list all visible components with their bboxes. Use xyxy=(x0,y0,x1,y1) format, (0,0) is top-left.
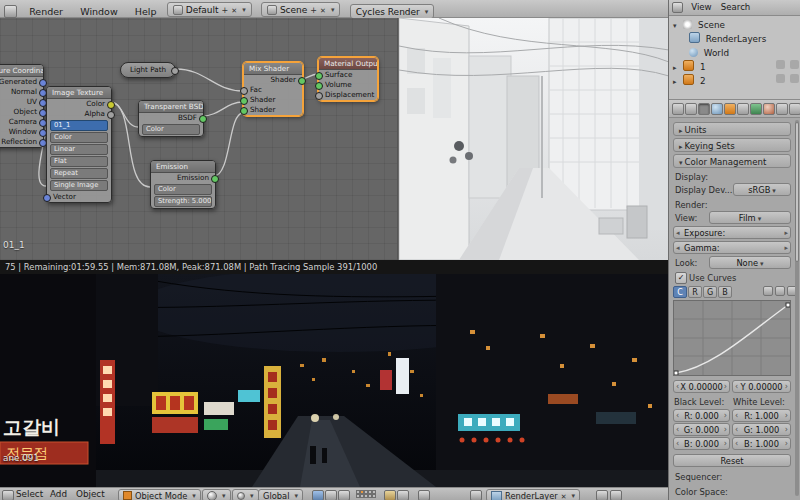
bsdf-socket[interactable] xyxy=(199,115,207,123)
image-datablock-field[interactable]: 01_1 xyxy=(50,120,108,131)
tab-data-icon[interactable] xyxy=(750,103,762,115)
visibility-toggle-icon[interactable] xyxy=(790,74,799,83)
properties-editor[interactable]: Units Keying Sets Color Management Displ… xyxy=(669,118,800,500)
snap-magnet-icon[interactable] xyxy=(384,490,396,500)
gamma-slider[interactable]: Gamma: xyxy=(673,241,791,254)
curve-y-field[interactable]: Y 0.00000 xyxy=(732,380,791,393)
node-title[interactable]: Emission xyxy=(151,161,215,173)
tab-render-layers-icon[interactable] xyxy=(685,103,697,115)
tab-scene-icon[interactable] xyxy=(698,103,710,115)
interpolation-dropdown[interactable]: Linear xyxy=(50,144,108,155)
menu-select[interactable]: Select xyxy=(16,488,43,500)
image-editor-type-icon[interactable] xyxy=(470,490,482,500)
tree-item-world[interactable]: World xyxy=(669,46,800,60)
node-title[interactable]: Transparent BSDF xyxy=(139,101,203,113)
render-layer-selector[interactable]: RenderLayer xyxy=(486,489,580,500)
editor-type-icon[interactable] xyxy=(2,490,14,500)
viewport-shading-selector[interactable] xyxy=(202,489,231,500)
tab-physics-icon[interactable] xyxy=(789,103,800,115)
black-r-field[interactable]: R: 0.000 xyxy=(673,409,730,422)
black-b-field[interactable]: B: 0.000 xyxy=(673,437,730,450)
light-path-outputs-socket[interactable] xyxy=(171,67,179,75)
curve-zoom-in-icon[interactable] xyxy=(763,286,773,296)
use-curves-checkbox[interactable] xyxy=(675,272,687,284)
emission-node[interactable]: Emission Emission Color Strength: 5.000 xyxy=(150,160,216,209)
render-engine-selector[interactable]: Cycles Render xyxy=(350,4,435,19)
white-r-field[interactable]: R: 1.000 xyxy=(732,409,791,422)
generated-socket[interactable] xyxy=(39,79,47,87)
tab-render-icon[interactable] xyxy=(672,103,684,115)
tree-item-object-1[interactable]: 1 xyxy=(669,60,800,74)
channel-combined-button[interactable]: C xyxy=(673,286,687,298)
black-g-field[interactable]: G: 0.000 xyxy=(673,423,730,436)
extension-dropdown[interactable]: Repeat xyxy=(50,168,108,179)
channel-green-button[interactable]: G xyxy=(703,286,717,298)
image-editor[interactable]: 75 | Remaining:01:59.55 | Mem:871.08M, P… xyxy=(0,260,668,487)
node-title[interactable]: Mix Shader xyxy=(244,63,302,75)
emission-socket[interactable] xyxy=(211,175,219,183)
screen-layout-selector[interactable]: Default xyxy=(167,2,252,17)
vector-socket[interactable] xyxy=(43,194,51,202)
image-pin-icon[interactable] xyxy=(596,490,608,500)
shader2-socket[interactable] xyxy=(240,107,248,115)
exposure-slider[interactable]: Exposure: xyxy=(673,226,791,239)
fac-socket[interactable] xyxy=(240,87,248,95)
color-field[interactable]: Color xyxy=(154,184,212,195)
visibility-toggle-icon[interactable] xyxy=(790,60,799,69)
menu-object[interactable]: Object xyxy=(76,488,105,500)
texture-coordinate-node[interactable]: Texture Coordinate Generated Normal UV O… xyxy=(0,64,44,148)
projection-dropdown[interactable]: Flat xyxy=(50,156,108,167)
menu-help[interactable]: Help xyxy=(128,3,164,20)
node-editor[interactable]: Texture Coordinate Generated Normal UV O… xyxy=(0,18,398,260)
editor-type-icon[interactable] xyxy=(4,5,17,18)
light-path-node[interactable]: Light Path xyxy=(120,62,176,78)
scale-manipulator-icon[interactable] xyxy=(338,490,350,500)
panel-color-management[interactable]: Color Management xyxy=(673,154,791,168)
scene-selector[interactable]: Scene xyxy=(261,2,341,17)
translate-manipulator-icon[interactable] xyxy=(312,490,324,500)
curve-point[interactable] xyxy=(786,303,790,307)
outliner-editor-icon[interactable] xyxy=(672,2,683,13)
outliner-tree[interactable]: Scene RenderLayers World 1 2 xyxy=(669,16,800,100)
tab-texture-icon[interactable] xyxy=(776,103,788,115)
scene-close-icon[interactable] xyxy=(320,5,326,15)
look-dropdown[interactable]: None xyxy=(709,256,791,269)
tab-material-icon[interactable] xyxy=(763,103,775,115)
layout-add-icon[interactable] xyxy=(222,5,229,15)
material-output-node[interactable]: Material Output Surface Volume Displacem… xyxy=(318,57,378,101)
tree-item-renderlayers[interactable]: RenderLayers xyxy=(669,32,800,46)
surface-socket[interactable] xyxy=(315,72,323,80)
render-opengl-icon[interactable] xyxy=(418,490,430,500)
viewport-3d[interactable] xyxy=(398,18,668,260)
tree-item-object-2[interactable]: 2 xyxy=(669,74,800,88)
scene-add-icon[interactable] xyxy=(310,5,317,15)
selectability-toggle-icon[interactable] xyxy=(776,60,785,69)
shader-out-socket[interactable] xyxy=(298,77,306,85)
curve-point[interactable] xyxy=(674,371,678,375)
rotate-manipulator-icon[interactable] xyxy=(325,490,337,500)
tree-item-scene[interactable]: Scene xyxy=(669,18,800,32)
white-g-field[interactable]: G: 1.000 xyxy=(732,423,791,436)
tab-modifiers-icon[interactable] xyxy=(737,103,749,115)
node-title[interactable]: Texture Coordinate xyxy=(0,65,43,77)
reset-button[interactable]: Reset xyxy=(673,454,791,467)
display-device-dropdown[interactable]: sRGB xyxy=(733,183,791,196)
view-transform-dropdown[interactable]: Film xyxy=(709,211,791,224)
displacement-socket[interactable] xyxy=(315,92,323,100)
color-socket[interactable] xyxy=(107,101,115,109)
pivot-point-selector[interactable] xyxy=(232,489,259,500)
menu-render[interactable]: Render xyxy=(22,3,70,20)
alpha-socket[interactable] xyxy=(107,111,115,119)
outliner-menu-search[interactable]: Search xyxy=(718,0,754,15)
curve-editor[interactable] xyxy=(673,300,791,376)
node-title[interactable]: Image Texture xyxy=(47,87,111,99)
mix-shader-node[interactable]: Mix Shader Shader Fac Shader Shader xyxy=(243,62,303,116)
shader1-socket[interactable] xyxy=(240,97,248,105)
volume-socket[interactable] xyxy=(315,82,323,90)
node-title[interactable]: Material Output xyxy=(319,58,377,70)
tab-object-icon[interactable] xyxy=(724,103,736,115)
panel-keying-sets[interactable]: Keying Sets xyxy=(673,138,791,152)
transparent-bsdf-node[interactable]: Transparent BSDF BSDF Color xyxy=(138,100,204,137)
scrollbar-thumb[interactable] xyxy=(795,122,799,262)
curve-x-field[interactable]: X 0.00000 xyxy=(673,380,730,393)
